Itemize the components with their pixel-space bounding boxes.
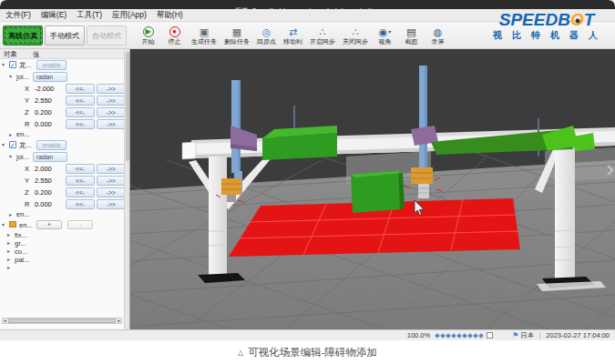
tree-row-branch[interactable]: ▸: [0, 264, 124, 272]
decrement-button[interactable]: <<-: [66, 96, 95, 106]
mode-button-0[interactable]: 离线仿真: [3, 25, 43, 46]
decrement-button[interactable]: <<-: [66, 119, 95, 129]
expand-arrow-icon[interactable]: ▸: [7, 248, 10, 256]
increment-button[interactable]: ->>: [97, 84, 126, 94]
language-selector[interactable]: ⚑ 日本: [512, 330, 534, 340]
menu-item-4[interactable]: 帮助(H): [157, 10, 183, 21]
expand-arrow-icon[interactable]: ▾: [9, 71, 12, 83]
enable-button[interactable]: enable: [36, 140, 67, 150]
axis-value: 0.000: [35, 118, 52, 130]
tree-row-branch[interactable]: ▸en...: [0, 130, 124, 139]
expand-arrow-icon[interactable]: ▸: [7, 256, 10, 264]
scroll-left-icon[interactable]: ◂: [4, 318, 6, 323]
increment-button[interactable]: ->>: [97, 176, 126, 186]
tool-delete-task[interactable]: ▦删除任务: [221, 24, 252, 48]
tool-screen-record[interactable]: ◍录屏: [425, 24, 450, 48]
increment-button[interactable]: ->>: [97, 199, 126, 209]
slider-handle[interactable]: [487, 332, 493, 339]
scrollbar-thumb[interactable]: [8, 318, 116, 323]
tree-row-environment[interactable]: ▾en...+-: [0, 219, 124, 231]
language-flag-icon: ⚑: [512, 331, 518, 340]
branch-label: co...: [15, 248, 27, 256]
menu-item-2[interactable]: 工具(T): [77, 10, 102, 21]
increment-button[interactable]: ->>: [97, 164, 126, 174]
expand-arrow-icon[interactable]: ▸: [7, 231, 10, 239]
robot-checkbox[interactable]: ✓: [9, 61, 16, 68]
tool-move-to[interactable]: ⇄移动到: [281, 24, 305, 48]
logo-text: SPEEDB: [499, 10, 570, 29]
expand-arrow-icon[interactable]: ▸: [7, 239, 10, 248]
tree-row-branch[interactable]: ▸pal...: [0, 256, 124, 264]
menu-item-3[interactable]: 应用(App): [112, 10, 147, 21]
enable-button[interactable]: enable: [36, 60, 67, 70]
app-window: 标题: Speedbot-two_gantry_robot-demostrati…: [0, 0, 615, 340]
decrement-button[interactable]: <<-: [66, 176, 95, 186]
expand-arrow-icon[interactable]: ▸: [7, 264, 10, 272]
window-titlebar[interactable]: 标题: Speedbot-two_gantry_robot-demostrati…: [0, 0, 615, 9]
tool-label: 录屏: [432, 37, 445, 46]
unit-dropdown[interactable]: radian: [33, 152, 67, 162]
expand-arrow-icon[interactable]: ▸: [9, 130, 12, 139]
tool-stop[interactable]: ●停止: [162, 24, 187, 48]
environment-icon: [9, 221, 16, 228]
tool-sync-on[interactable]: ∴开启同步: [307, 24, 338, 48]
tool-label: 开始: [142, 37, 155, 46]
expand-arrow-icon[interactable]: ▾: [2, 139, 5, 151]
tree-row-branch[interactable]: ▸en...: [0, 210, 124, 219]
remove-button[interactable]: -: [67, 220, 93, 229]
tree-row-axis: Y2.550<<-->>: [0, 175, 124, 187]
axis-value: 2.550: [35, 175, 52, 187]
panel-vertical-scrollbar[interactable]: [124, 49, 129, 329]
unit-dropdown[interactable]: radian: [33, 72, 67, 82]
tree-row-branch[interactable]: ▸co...: [0, 248, 124, 256]
tree-row-axis: X2.000<<-->>: [0, 163, 124, 175]
tool-screenshot[interactable]: ▤截图: [399, 24, 424, 48]
decrement-button[interactable]: <<-: [66, 107, 95, 117]
viewport-3d[interactable]: ›: [130, 49, 615, 329]
add-button[interactable]: +: [36, 220, 62, 229]
view-angle-icon: ◉: [379, 26, 388, 37]
tool-home-origin[interactable]: ◎回原点: [254, 24, 279, 48]
decrement-button[interactable]: <<-: [66, 199, 95, 209]
decrement-button[interactable]: <<-: [66, 84, 95, 94]
next-view-chevron-icon[interactable]: ›: [606, 157, 614, 180]
axis-letter: Y: [25, 95, 29, 106]
zoom-slider[interactable]: [436, 332, 507, 339]
tree-row-joint[interactable]: ▾joi...radian: [0, 71, 124, 83]
tree-row-branch[interactable]: ▸fix...: [0, 231, 124, 239]
increment-button[interactable]: ->>: [97, 96, 126, 106]
increment-button[interactable]: ->>: [97, 107, 126, 117]
dropdown-caret-icon[interactable]: ▾: [388, 28, 391, 35]
zoom-level: 100.0%: [407, 330, 430, 340]
mode-button-1[interactable]: 手动模式: [45, 25, 85, 46]
tool-play[interactable]: ▶开始: [136, 24, 160, 48]
mode-button-2[interactable]: 自动模式: [87, 25, 127, 46]
scrollbar-thumb[interactable]: [126, 52, 129, 161]
scroll-right-icon[interactable]: ▸: [118, 318, 120, 323]
increment-button[interactable]: ->>: [97, 119, 126, 129]
decrement-button[interactable]: <<-: [66, 164, 95, 174]
screen-record-icon: ◍: [434, 26, 443, 37]
tree-row-branch[interactable]: ▸gr...: [0, 239, 124, 248]
increment-button[interactable]: ->>: [97, 187, 126, 197]
robot-checkbox[interactable]: ✓: [9, 141, 16, 148]
tree-row-robot[interactable]: ▾✓龙...enable: [0, 139, 124, 151]
tree-row-robot[interactable]: ▾✓龙...enable: [0, 59, 124, 71]
object-panel: 对象 值 ▾✓龙...enable▾joi...radianX-2.000<<-…: [0, 49, 130, 329]
tool-view-angle[interactable]: ◉▾视角: [373, 24, 397, 48]
menu-item-1[interactable]: 编辑(E): [41, 10, 67, 21]
tool-sync-off[interactable]: ∴关闭同步: [340, 24, 371, 48]
expand-arrow-icon[interactable]: ▾: [9, 151, 12, 163]
tool-save-task[interactable]: ▣生成任务: [189, 24, 220, 48]
tool-icon-row: ●: [169, 25, 180, 37]
column-object: 对象: [4, 49, 17, 59]
decrement-button[interactable]: <<-: [66, 187, 95, 197]
expand-arrow-icon[interactable]: ▾: [2, 219, 5, 231]
panel-horizontal-scrollbar[interactable]: ◂ ▸: [2, 318, 122, 324]
mode-button-group: 离线仿真手动模式自动模式: [3, 25, 127, 46]
expand-arrow-icon[interactable]: ▸: [9, 210, 12, 219]
tree-row-joint[interactable]: ▾joi...radian: [0, 151, 124, 163]
menu-item-0[interactable]: 文件(F): [5, 10, 31, 21]
expand-arrow-icon[interactable]: ▾: [2, 59, 5, 71]
axis-letter: Y: [25, 175, 29, 187]
